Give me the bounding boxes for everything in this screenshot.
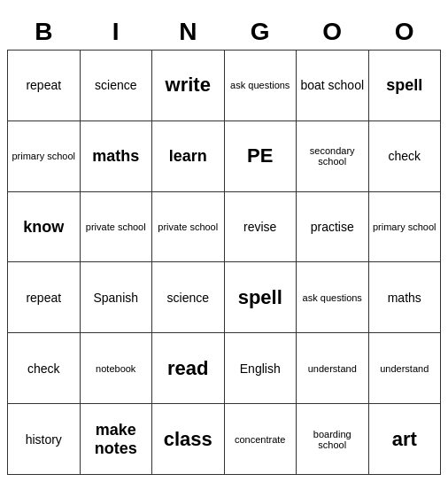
bingo-cell: science [152,262,225,333]
bingo-cell: boarding school [297,404,369,475]
cell-label: primary school [371,196,439,259]
cell-label: repeat [10,266,78,329]
table-row: historymake notesclassconcentrateboardin… [8,404,441,475]
cell-label: understand [298,337,367,400]
cell-label: PE [227,125,295,188]
bingo-cell: spell [368,51,441,121]
bingo-cell: check [8,333,81,404]
cell-label: practise [298,196,367,259]
cell-label: maths [82,125,151,188]
cell-label: boarding school [298,408,367,470]
bingo-cell: class [152,404,225,475]
bingo-cell: ask questions [297,262,369,333]
cell-label: ask questions [227,54,295,117]
bingo-cell: concentrate [224,404,297,475]
cell-label: spell [227,266,295,329]
bingo-cell: know [8,191,81,262]
cell-label: understand [371,337,439,400]
bingo-letter: O [368,14,441,51]
cell-label: class [154,408,222,470]
bingo-cell: repeat [8,262,81,333]
bingo-cell: secondary school [297,120,369,191]
bingo-letter: N [152,14,225,51]
bingo-cell: primary school [368,191,441,262]
bingo-cell: make notes [80,404,152,475]
cell-label: science [154,266,222,329]
bingo-cell: primary school [8,120,81,191]
bingo-cell: read [152,333,225,404]
bingo-cell: write [152,51,225,121]
table-row: repeatSpanishsciencespellask questionsma… [8,262,441,333]
bingo-table: BINGOO repeatsciencewriteask questionsbo… [7,14,441,475]
cell-label: read [154,337,222,400]
cell-label: revise [227,196,295,259]
table-row: checknotebookreadEnglishunderstandunders… [8,333,441,404]
cell-label: spell [371,54,439,117]
cell-label: notebook [82,337,151,400]
cell-label: ask questions [298,266,367,329]
cell-label: science [82,54,151,117]
cell-label: art [371,408,439,470]
cell-label: boat school [298,54,367,117]
bingo-cell: maths [80,120,152,191]
cell-label: make notes [82,408,151,470]
bingo-cell: understand [297,333,369,404]
bingo-cell: maths [368,262,441,333]
bingo-cell: Spanish [80,262,152,333]
cell-label: secondary school [298,125,367,188]
bingo-cell: ask questions [224,51,297,121]
bingo-cell: boat school [297,51,369,121]
table-row: knowprivate schoolprivate schoolrevisepr… [8,191,441,262]
bingo-cell: private school [152,191,225,262]
cell-label: check [371,125,439,188]
cell-label: private school [154,196,222,259]
cell-label: know [10,196,78,259]
bingo-cell: revise [224,191,297,262]
bingo-cell: notebook [80,333,152,404]
bingo-cell: learn [152,120,225,191]
bingo-cell: spell [224,262,297,333]
bingo-cell: art [368,404,441,475]
bingo-cell: private school [80,191,152,262]
bingo-cell: PE [224,120,297,191]
cell-label: primary school [10,125,78,188]
bingo-header [7,7,441,14]
bingo-letter: O [297,14,369,51]
bingo-cell: practise [297,191,369,262]
cell-label: history [10,408,78,470]
cell-label: concentrate [227,408,295,470]
table-row: primary schoolmathslearnPEsecondary scho… [8,120,441,191]
cell-label: check [10,337,78,400]
bingo-letter: I [80,14,152,51]
cell-label: private school [82,196,151,259]
cell-label: repeat [10,54,78,117]
table-row: repeatsciencewriteask questionsboat scho… [8,51,441,121]
bingo-cell: science [80,51,152,121]
bingo-cell: English [224,333,297,404]
bingo-cell: history [8,404,81,475]
cell-label: maths [371,266,439,329]
cell-label: English [227,337,295,400]
bingo-cell: repeat [8,51,81,121]
bingo-letter: B [8,14,81,51]
cell-label: Spanish [82,266,151,329]
bingo-cell: understand [368,333,441,404]
cell-label: write [154,54,222,117]
bingo-letter: G [224,14,297,51]
cell-label: learn [154,125,222,188]
bingo-cell: check [368,120,441,191]
